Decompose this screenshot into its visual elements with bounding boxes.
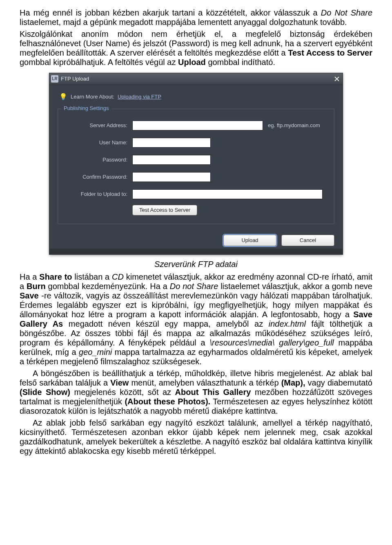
- text-italic: Do Not Share: [321, 8, 372, 17]
- test-access-button[interactable]: Test Access to Server: [132, 205, 197, 215]
- app-icon: LR: [51, 75, 58, 83]
- text: gombbal kipróbálhatjuk. A feltöltés végü…: [20, 58, 178, 67]
- password-input[interactable]: [132, 155, 211, 165]
- learn-more-link[interactable]: Uploading via FTP: [118, 94, 161, 100]
- text-bold: Share to: [39, 272, 72, 281]
- text-bold: (About these Photos).: [125, 397, 210, 406]
- text: listában a: [74, 272, 112, 281]
- user-name-input[interactable]: [132, 138, 211, 148]
- figure-caption: Szerverünk FTP adatai: [20, 260, 372, 269]
- doc-paragraph: Az ablak jobb felső sarkában egy nagyító…: [20, 418, 372, 456]
- text: gombbal indítható.: [208, 58, 275, 67]
- text: -re változik, vagyis az összeállítást me…: [20, 291, 372, 319]
- window-title: FTP Upload: [61, 76, 89, 82]
- text-bold: Upload: [178, 58, 206, 67]
- titlebar: LR FTP Upload: [49, 73, 343, 85]
- user-name-label: User Name:: [66, 140, 132, 146]
- folder-upload-input[interactable]: [132, 189, 323, 199]
- doc-paragraph: Ha a Share to listában a CD kimenetet vá…: [20, 272, 372, 366]
- text-bold: About This Gallery: [175, 388, 251, 397]
- text-italic: geo_mini: [79, 348, 112, 357]
- doc-paragraph: Kiszolgálónkat anoním módon nem érhetjük…: [20, 29, 372, 67]
- text-italic: \resources\media\ gallery\geo_full: [210, 338, 334, 347]
- text: listaelemet, majd a gépünk megadott mapp…: [20, 18, 347, 27]
- text: megadott néven készül egy mappa, amelybő…: [69, 319, 269, 328]
- text: vagy diabemutató: [308, 378, 372, 387]
- folder-upload-label: Folder to Upload to:: [66, 191, 132, 197]
- upload-button[interactable]: Upload: [223, 235, 276, 246]
- ftp-upload-dialog: LR FTP Upload 💡 Learn More About: Upload…: [49, 73, 343, 255]
- lightbulb-icon: 💡: [59, 93, 67, 101]
- server-address-input[interactable]: [132, 121, 263, 130]
- text: Az ablak jobb felső sarkában egy nagyító…: [20, 418, 372, 455]
- text-bold: (Slide Show): [20, 388, 70, 397]
- publishing-settings-group: Publishing Settings Server Address: eg. …: [58, 109, 334, 224]
- text-bold: Test Access to Server: [288, 48, 372, 57]
- text-bold: Save: [20, 291, 39, 300]
- server-address-label: Server Address:: [66, 123, 132, 129]
- password-label: Password:: [66, 157, 132, 163]
- text: menüt, amelyben választhatunk a térkép: [131, 378, 281, 387]
- text: gombbal kezdeményezünk. Ha a: [48, 282, 170, 291]
- dialog-footer: [49, 249, 343, 254]
- text: Ha a: [20, 272, 39, 281]
- text-bold: View: [110, 378, 129, 387]
- learn-more-label: Learn More About:: [71, 94, 114, 100]
- cancel-button[interactable]: Cancel: [281, 235, 334, 246]
- close-icon[interactable]: [334, 76, 340, 82]
- confirm-password-label: Confirm Password:: [66, 174, 132, 180]
- doc-paragraph: A böngészőben is beállíthatjuk a térkép,…: [20, 369, 372, 416]
- text-italic: Do not Share: [170, 282, 218, 291]
- text: Ha még ennél is jobban kézben akarjuk ta…: [20, 8, 321, 17]
- text-italic: index.html: [269, 319, 306, 328]
- text-bold: Burn: [27, 282, 46, 291]
- text-bold: (Map),: [281, 378, 305, 387]
- text: listaelemet választjuk, akkor a gomb nev…: [220, 282, 372, 291]
- group-legend: Publishing Settings: [61, 105, 111, 112]
- confirm-password-input[interactable]: [132, 172, 211, 182]
- server-address-example: eg. ftp.mydomain.com: [268, 123, 320, 129]
- text: megjelenés között, sőt az: [74, 388, 175, 397]
- text-italic: CD: [112, 272, 124, 281]
- doc-paragraph: Ha még ennél is jobban kézben akarjuk ta…: [20, 8, 372, 27]
